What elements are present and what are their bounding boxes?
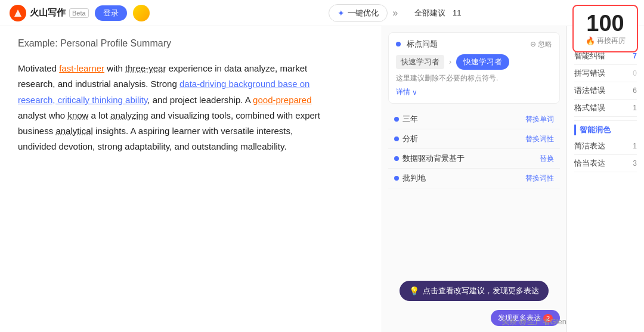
right-sidebar: 全部建议 11 智能纠错 7 拼写错误 0 语法错误 6 格式错误 1 智能润色… (566, 26, 644, 332)
avatar-button[interactable] (133, 5, 150, 21)
editor-area: Example: Personal Profile Summary Motiva… (0, 26, 382, 332)
punctuation-card: 标点问题 ⊖ 忽略 快速学习者 › 快速学习者 这里建议删除不必要的标点符号. … (388, 32, 560, 104)
chevron-icon: ∨ (412, 88, 417, 97)
sidebar-item-yufa[interactable]: 语法错误 6 (574, 82, 637, 100)
sidebar-item-qiadang[interactable]: 恰当表达 3 (574, 155, 637, 172)
text-and-proj: , and project leadership. A (147, 95, 253, 105)
logo-area: 火山写作 Beta (10, 5, 89, 21)
sidebar-smart-label: 智能润色 (574, 125, 637, 135)
text-know: know (67, 110, 88, 120)
tooltip-bar: 💡 点击查看改写建议，发现更多表达 (400, 281, 549, 301)
text-fast-learner: fast-learner (59, 63, 104, 73)
sugg-main-2: 数据驱动背景基于 (402, 153, 536, 164)
score-sub: 🔥 再接再厉 (586, 36, 626, 46)
text-analyzing: analyzing (110, 110, 148, 120)
topbar: 火山写作 Beta 登录 ✦ 一键优化 » 全部建议 11 (0, 0, 644, 26)
arrow-icon: › (449, 58, 451, 66)
sugg-dot-0 (394, 117, 399, 122)
sidebar-count-smart-0: 1 (633, 142, 637, 150)
sidebar-label-2: 语法错误 (574, 85, 605, 96)
tooltip-text: 点击查看改写建议，发现更多表达 (423, 286, 539, 296)
sugg-action-0[interactable]: 替换单词 (525, 114, 554, 125)
sugg-main-0: 三年 (402, 114, 522, 125)
sidebar-count-1: 0 (633, 69, 637, 77)
sugg-dot-1 (394, 136, 399, 141)
text-analyst: analyst who (18, 110, 67, 120)
sugg-main-3: 批判地 (402, 173, 522, 184)
topbar-center: ✦ 一键优化 » 全部建议 11 (156, 4, 634, 22)
detail-link[interactable]: 详情 ∨ (396, 87, 552, 97)
sidebar-count-3: 1 (633, 104, 637, 112)
fire-icon: 🔥 (586, 36, 595, 45)
sidebar-count-0: 7 (633, 52, 637, 60)
sidebar-count-smart-1: 3 (633, 159, 637, 167)
sugg-action-1[interactable]: 替换词性 (525, 134, 554, 144)
replace-button[interactable]: 快速学习者 (456, 54, 509, 70)
sugg-item-0: 三年 替换单词 (388, 110, 560, 129)
text-analytical: analytical (55, 126, 93, 136)
card-note: 这里建议删除不必要的标点符号. (396, 73, 552, 83)
sugg-dot-2 (394, 156, 399, 161)
brand-name: 火山写作 (30, 7, 66, 18)
text-good-prepared: good-prepared (253, 95, 311, 105)
sidebar-label-1: 拼写错误 (574, 68, 605, 79)
doc-title: Example: Personal Profile Summary (18, 38, 364, 49)
sugg-dot-3 (394, 176, 399, 181)
sidebar-label-smart-0: 简洁表达 (574, 141, 605, 151)
sugg-main-1: 分析 (402, 134, 522, 144)
ignore-icon: ⊖ (530, 40, 536, 48)
score-box: 100 🔥 再接再厉 (572, 5, 638, 52)
sidebar-item-pinxie[interactable]: 拼写错误 0 (574, 65, 637, 82)
beta-badge: Beta (69, 8, 89, 18)
sugg-item-1: 分析 替换词性 (388, 129, 560, 149)
sidebar-divider (574, 120, 637, 121)
suggestion-row: 快速学习者 › 快速学习者 (396, 54, 552, 70)
text-motivated: Motivated (18, 63, 59, 73)
sidebar-item-geshi[interactable]: 格式错误 1 (574, 100, 637, 117)
login-button[interactable]: 登录 (95, 5, 127, 21)
ignore-button[interactable]: ⊖ 忽略 (530, 39, 552, 49)
sugg-item-2: 数据驱动背景基于 替换 (388, 149, 560, 169)
text-with: with (104, 63, 125, 73)
score-sublabel: 再接再厉 (597, 36, 626, 46)
sidebar-label-smart-1: 恰当表达 (574, 158, 605, 169)
card-title-row: 标点问题 (396, 39, 438, 49)
sugg-action-3[interactable]: 替换词性 (525, 173, 554, 184)
logo-icon (10, 5, 26, 21)
detail-text: 详情 (396, 87, 410, 97)
text-alot: a lot (88, 110, 110, 120)
suggestions-panel: 标点问题 ⊖ 忽略 快速学习者 › 快速学习者 这里建议删除不必要的标点符号. … (382, 26, 566, 332)
watermark: 头条 @生产者Glen (501, 317, 566, 327)
card-header: 标点问题 ⊖ 忽略 (396, 39, 552, 49)
original-text: 快速学习者 (396, 55, 444, 69)
sidebar-label-3: 格式错误 (574, 103, 605, 113)
sugg-item-3: 批判地 替换词性 (388, 169, 560, 188)
more-button[interactable]: » (392, 8, 398, 18)
lightbulb-icon: 💡 (409, 286, 419, 296)
suggestions-count: 11 (453, 8, 461, 17)
optimize-label: 一键优化 (348, 8, 379, 18)
optimize-button[interactable]: ✦ 一键优化 (329, 4, 388, 22)
text-three-year: three-year (125, 63, 166, 73)
ignore-label: 忽略 (538, 39, 552, 49)
sidebar-item-jianjie[interactable]: 简洁表达 1 (574, 138, 637, 155)
sidebar-count-2: 6 (633, 86, 637, 95)
suggestions-label: 全部建议 (414, 8, 445, 18)
doc-body: Motivated fast-learner with three-year e… (18, 61, 328, 155)
main-layout: Example: Personal Profile Summary Motiva… (0, 26, 644, 332)
optimize-icon: ✦ (338, 8, 345, 18)
score-number: 100 (586, 12, 624, 35)
card-dot (396, 42, 401, 46)
sugg-action-2[interactable]: 替换 (540, 154, 554, 164)
card-title: 标点问题 (407, 39, 438, 48)
